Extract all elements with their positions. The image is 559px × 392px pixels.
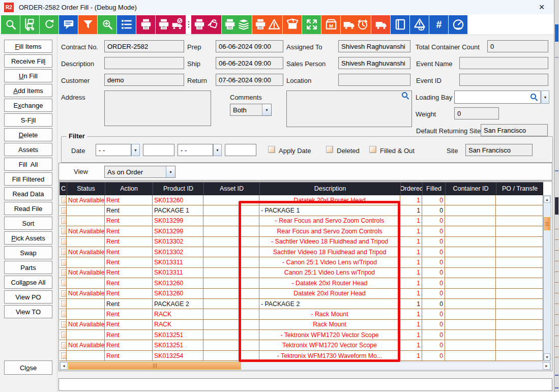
sidebar-button-collapse-all[interactable]: Collapse All [4,276,52,289]
row-select-checkbox[interactable] [61,280,67,286]
assigned-to-input[interactable]: Shivesh Raghuvanshi [338,40,410,52]
customer-input[interactable]: demo [104,74,184,86]
sidebar-button-close[interactable]: Close [4,360,52,375]
sidebar-button-read-file[interactable]: Read File [4,202,52,215]
sidebar-button-receive-fill[interactable]: Receive Fill [4,54,52,68]
view-select[interactable]: As on Order ▼ [104,166,175,178]
row-select-checkbox[interactable] [61,352,67,359]
truck-clock-button[interactable] [341,15,371,34]
site-input[interactable]: San Francisco [465,144,533,156]
row-select-checkbox[interactable] [61,311,67,317]
expand-button[interactable] [302,15,321,34]
horizontal-scroll-thumb[interactable] [68,362,241,370]
sidebar-button-add-items[interactable]: Add Items [4,84,52,97]
sidebar-button-sort[interactable]: Sort [4,217,52,230]
row-select-checkbox[interactable] [61,259,67,266]
print-copies-button[interactable] [222,15,252,34]
search-button[interactable] [1,15,20,34]
sidebar-button-s-fill[interactable]: S-Fill [4,113,52,127]
sidebar-button-view-to[interactable]: View TO [4,305,52,318]
ship-date-input[interactable]: 06-06-2024 09:00 [216,57,283,69]
vertical-scrollbar[interactable]: ▲ ▼ [543,195,551,361]
sidebar-button-delete[interactable]: Delete [4,128,52,141]
loading-bay-dropdown-button[interactable]: ▼ [541,91,549,104]
table-row[interactable]: RentSK013302- Sachtler Videeo 18 Fluidhe… [60,237,543,247]
comments-mode-select[interactable]: Both ▼ [230,104,272,116]
print-pour-button[interactable] [191,15,221,34]
alert-eye-button[interactable] [410,15,429,34]
box-m-button[interactable]: M [321,15,340,34]
row-select-checkbox[interactable] [61,238,67,245]
table-row[interactable]: RentPACKAGE 2- PACKAGE 210 [60,299,543,309]
table-row[interactable]: Not AvailableRentRACKRack Mount10 [60,320,543,330]
truck-button[interactable] [371,15,390,34]
open-box-button[interactable] [283,15,302,34]
hash-button[interactable]: # [429,15,448,34]
row-select-checkbox[interactable] [61,197,67,203]
sidebar-button-exchange[interactable]: Exchange [4,99,52,112]
filter-to-month-select[interactable]: - - [178,144,213,156]
comments-box[interactable] [286,91,412,127]
column-header-description[interactable]: Description [259,182,400,195]
column-header-c[interactable]: C [60,182,67,195]
event-id-input[interactable] [459,74,548,86]
scroll-up-button[interactable]: ▲ [544,196,550,203]
list-button[interactable] [117,15,136,34]
default-returning-site-input[interactable]: San Francisco [481,124,548,136]
table-row[interactable]: Not AvailableRentSK013311Canon 25:1 Vide… [60,268,543,278]
column-header-ordered[interactable]: Ordered [400,182,422,195]
sidebar-button-view-po[interactable]: View PO [4,290,52,304]
sidebar-button-swap[interactable]: Swap [4,246,52,259]
row-select-checkbox[interactable] [61,228,67,234]
comment-button[interactable] [59,15,78,34]
search-icon[interactable] [531,94,538,101]
contract-no-input[interactable]: ORDER-2582 [104,40,184,52]
dolly-button[interactable] [20,15,39,34]
sidebar-button-un-fill[interactable]: Un Fill [4,69,52,82]
table-row[interactable]: Not AvailableRentSK013251Tektronix WFM17… [60,340,543,350]
prep-date-input[interactable]: 06-06-2024 09:00 [216,40,283,52]
table-row[interactable]: RentPACKAGE 1- PACKAGE 110 [60,205,543,216]
filter-from-month-dropdown-button[interactable]: ▼ [131,144,140,156]
event-name-input[interactable] [459,57,548,69]
description-input[interactable] [104,57,184,69]
row-select-checkbox[interactable] [61,321,67,328]
row-select-checkbox[interactable] [61,249,67,255]
filter-button[interactable] [78,15,97,34]
book-button[interactable] [391,15,409,34]
column-header-status[interactable]: Status [67,182,105,195]
horizontal-scrollbar[interactable]: ◄ ► [60,361,551,370]
row-select-checkbox[interactable] [61,269,67,276]
print-button[interactable] [136,15,155,34]
sidebar-button-read-data[interactable]: Read Data [4,187,52,200]
table-row[interactable]: Not AvailableRentSK013299Rear Focus and … [60,226,543,236]
table-row[interactable]: RentSK013260- Datatek 20xl Router Head10 [60,278,543,288]
sidebar-button-fill-items[interactable]: Fill Items [4,40,52,53]
column-header-filled[interactable]: Filled [422,182,445,195]
row-select-checkbox[interactable] [61,342,67,349]
address-textarea[interactable] [104,91,211,126]
column-header-action[interactable]: Action [105,182,153,195]
return-date-input[interactable]: 07-06-2024 09:00 [216,74,283,86]
apply-date-checkbox[interactable] [268,146,275,153]
toolbar-separator[interactable] [186,15,191,34]
table-row[interactable]: Not AvailableRentSK013260Datatek 20xl Ro… [60,289,543,299]
sidebar-button-assets[interactable]: Assets [4,143,52,156]
sidebar-button-parts[interactable]: Parts [4,261,52,274]
column-header-container-id[interactable]: Container ID [445,182,496,195]
sidebar-button-fill-all[interactable]: Fill All [4,158,52,171]
zoom-in-button[interactable] [98,15,116,34]
filter-to-year-input[interactable] [225,144,256,156]
row-select-checkbox[interactable] [61,207,67,214]
print-delivery-button[interactable] [156,15,186,34]
table-row[interactable]: RentSK013254- Tektronix WFM1730 Waveform… [60,351,543,361]
filled-out-checkbox[interactable] [369,146,376,153]
weight-input[interactable]: 0 [454,107,499,119]
print-alert-button[interactable] [252,15,282,34]
table-row[interactable]: RentSK013299- Rear Focus and Servo Zoom … [60,216,543,226]
row-select-checkbox[interactable] [61,218,67,224]
filter-to-month-dropdown-button[interactable]: ▼ [213,144,222,156]
column-header-asset-id[interactable]: Asset ID [203,182,259,195]
total-container-count-input[interactable]: 0 [487,40,548,52]
column-header-product-id[interactable]: Product ID [153,182,203,195]
